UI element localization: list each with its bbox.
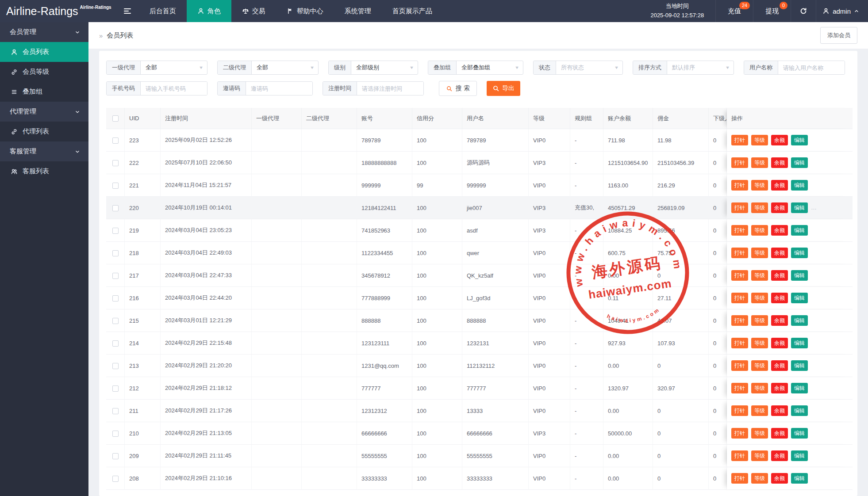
more-actions[interactable]: … xyxy=(811,204,818,211)
sidebar-group-agent-mgmt[interactable]: 代理管理 xyxy=(0,102,88,122)
action-level-button[interactable]: 等级 xyxy=(751,202,768,213)
stack-group-filter[interactable]: 全部叠加组▼ xyxy=(457,61,523,74)
action-balance-button[interactable]: 余额 xyxy=(771,428,788,439)
username-filter[interactable] xyxy=(778,61,845,74)
phone-filter[interactable] xyxy=(141,82,207,95)
row-checkbox[interactable] xyxy=(112,228,119,234)
action-inject-button[interactable]: 打针 xyxy=(731,157,748,168)
action-inject-button[interactable]: 打针 xyxy=(731,248,748,258)
action-balance-button[interactable]: 余额 xyxy=(771,270,788,281)
nav-item-dashboard[interactable]: 后台首页 xyxy=(139,0,187,22)
nav-item-trade[interactable]: 交易 xyxy=(231,0,276,22)
action-edit-button[interactable]: 编辑 xyxy=(791,405,808,416)
action-level-button[interactable]: 等级 xyxy=(751,405,768,416)
action-edit-button[interactable]: 编辑 xyxy=(791,157,808,168)
agent1-filter[interactable]: 全部▼ xyxy=(141,61,207,74)
row-checkbox[interactable] xyxy=(112,408,119,414)
sidebar-item-member-level[interactable]: 会员等级 xyxy=(0,62,88,82)
add-member-button[interactable]: 添加会员 xyxy=(820,27,857,44)
action-level-button[interactable]: 等级 xyxy=(751,315,768,326)
action-balance-button[interactable]: 余额 xyxy=(771,473,788,484)
action-balance-button[interactable]: 余额 xyxy=(771,248,788,258)
action-level-button[interactable]: 等级 xyxy=(751,270,768,281)
action-level-button[interactable]: 等级 xyxy=(751,450,768,461)
action-level-button[interactable]: 等级 xyxy=(751,157,768,168)
action-edit-button[interactable]: 编辑 xyxy=(791,270,808,281)
action-balance-button[interactable]: 余额 xyxy=(771,135,788,145)
action-balance-button[interactable]: 余额 xyxy=(771,225,788,236)
action-level-button[interactable]: 等级 xyxy=(751,225,768,236)
action-inject-button[interactable]: 打针 xyxy=(731,270,748,281)
action-inject-button[interactable]: 打针 xyxy=(731,135,748,145)
sidebar-item-service-list[interactable]: 客服列表 xyxy=(0,161,88,181)
action-edit-button[interactable]: 编辑 xyxy=(791,180,808,191)
action-balance-button[interactable]: 余额 xyxy=(771,360,788,371)
action-inject-button[interactable]: 打针 xyxy=(731,383,748,393)
action-edit-button[interactable]: 编辑 xyxy=(791,338,808,348)
action-edit-button[interactable]: 编辑 xyxy=(791,135,808,145)
action-balance-button[interactable]: 余额 xyxy=(771,338,788,348)
action-balance-button[interactable]: 余额 xyxy=(771,450,788,461)
action-inject-button[interactable]: 打针 xyxy=(731,315,748,326)
action-inject-button[interactable]: 打针 xyxy=(731,473,748,484)
action-edit-button[interactable]: 编辑 xyxy=(791,248,808,258)
action-level-button[interactable]: 等级 xyxy=(751,428,768,439)
refresh-button[interactable] xyxy=(791,0,816,22)
row-checkbox[interactable] xyxy=(112,363,119,369)
register-time-filter[interactable] xyxy=(357,82,423,95)
action-edit-button[interactable]: 编辑 xyxy=(791,315,808,326)
action-level-button[interactable]: 等级 xyxy=(751,293,768,303)
action-balance-button[interactable]: 余额 xyxy=(771,180,788,191)
action-balance-button[interactable]: 余额 xyxy=(771,315,788,326)
action-edit-button[interactable]: 编辑 xyxy=(791,383,808,393)
nav-item-help-center[interactable]: 帮助中心 xyxy=(276,0,334,22)
nav-item-home-products[interactable]: 首页展示产品 xyxy=(382,0,443,22)
sidebar-collapse-button[interactable] xyxy=(116,0,139,22)
action-edit-button[interactable]: 编辑 xyxy=(791,450,808,461)
action-level-button[interactable]: 等级 xyxy=(751,135,768,145)
action-level-button[interactable]: 等级 xyxy=(751,383,768,393)
action-inject-button[interactable]: 打针 xyxy=(731,428,748,439)
level-filter[interactable]: 全部级别▼ xyxy=(351,61,418,74)
action-level-button[interactable]: 等级 xyxy=(751,248,768,258)
action-balance-button[interactable]: 余额 xyxy=(771,202,788,213)
sidebar-group-member-mgmt[interactable]: 会员管理 xyxy=(0,22,88,42)
action-inject-button[interactable]: 打针 xyxy=(731,293,748,303)
row-checkbox[interactable] xyxy=(112,340,119,347)
action-balance-button[interactable]: 余额 xyxy=(771,383,788,393)
action-inject-button[interactable]: 打针 xyxy=(731,360,748,371)
sidebar-group-service-mgmt[interactable]: 客服管理 xyxy=(0,141,88,161)
action-inject-button[interactable]: 打针 xyxy=(731,338,748,348)
action-level-button[interactable]: 等级 xyxy=(751,360,768,371)
row-checkbox[interactable] xyxy=(112,431,119,437)
row-checkbox[interactable] xyxy=(112,476,119,482)
nav-item-roles[interactable]: 角色 xyxy=(187,0,231,22)
action-level-button[interactable]: 等级 xyxy=(751,338,768,348)
recharge-link[interactable]: 充值 24 xyxy=(715,0,753,22)
row-checkbox[interactable] xyxy=(112,137,119,144)
status-filter[interactable]: 所有状态▼ xyxy=(556,61,622,74)
action-edit-button[interactable]: 编辑 xyxy=(791,473,808,484)
row-checkbox[interactable] xyxy=(112,295,119,301)
action-edit-button[interactable]: 编辑 xyxy=(791,225,808,236)
action-balance-button[interactable]: 余额 xyxy=(771,405,788,416)
nav-item-system[interactable]: 系统管理 xyxy=(334,0,382,22)
action-level-button[interactable]: 等级 xyxy=(751,180,768,191)
sidebar-item-member-list[interactable]: 会员列表 xyxy=(0,42,88,62)
action-inject-button[interactable]: 打针 xyxy=(731,405,748,416)
action-inject-button[interactable]: 打针 xyxy=(731,450,748,461)
invite-code-filter[interactable] xyxy=(246,82,312,95)
row-checkbox[interactable] xyxy=(112,318,119,324)
select-all-checkbox[interactable] xyxy=(112,115,119,122)
sidebar-item-agent-list[interactable]: 代理列表 xyxy=(0,122,88,141)
action-level-button[interactable]: 等级 xyxy=(751,473,768,484)
row-checkbox[interactable] xyxy=(112,183,119,189)
action-inject-button[interactable]: 打针 xyxy=(731,202,748,213)
action-edit-button[interactable]: 编辑 xyxy=(791,428,808,439)
row-checkbox[interactable] xyxy=(112,385,119,392)
action-inject-button[interactable]: 打针 xyxy=(731,225,748,236)
row-checkbox[interactable] xyxy=(112,453,119,459)
action-edit-button[interactable]: 编辑 xyxy=(791,293,808,303)
row-checkbox[interactable] xyxy=(112,205,119,211)
action-edit-button[interactable]: 编辑 xyxy=(791,360,808,371)
